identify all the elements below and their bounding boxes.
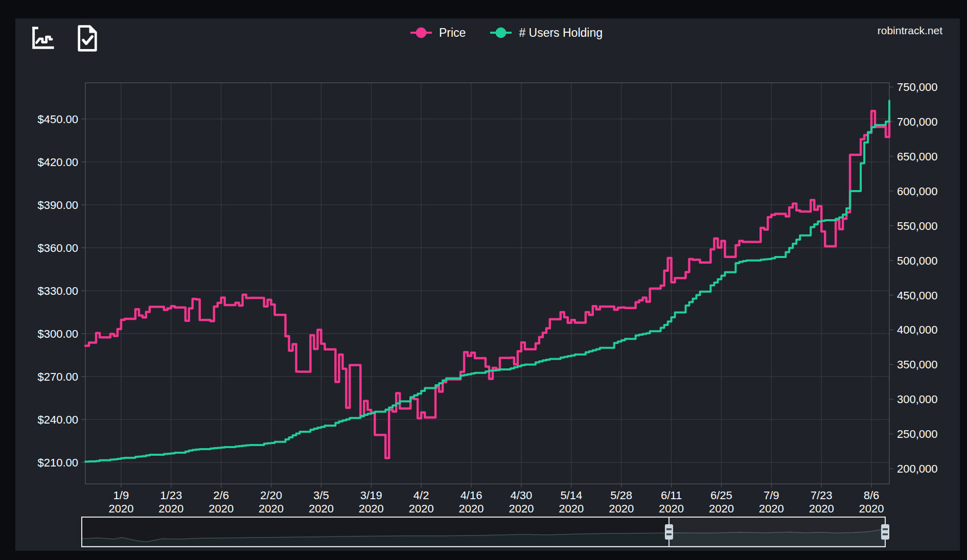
y-right-tick-label: 750,000 [897, 81, 938, 94]
x-tick-label: 7/92020 [759, 489, 784, 515]
x-tick-label: 7/232020 [809, 489, 834, 515]
plot-border [85, 83, 889, 484]
x-tick-label: 4/302020 [509, 489, 534, 515]
x-tick-label: 8/62020 [859, 489, 884, 515]
x-axis-labels: 1/920201/2320202/620202/2020203/520203/1… [108, 489, 884, 515]
y-right-tick-label: 550,000 [897, 220, 938, 232]
x-tick-label: 2/62020 [209, 489, 234, 515]
x-tick-label: 4/162020 [459, 489, 484, 515]
x-tick-label: 5/282020 [609, 489, 634, 515]
y-left-tick-label: $420.00 [37, 156, 78, 169]
y-right-tick-label: 450,000 [897, 289, 938, 302]
y-right-tick-label: 600,000 [897, 185, 938, 198]
x-tick-label: 5/142020 [559, 489, 584, 515]
y-left-tick-label: $360.00 [37, 242, 78, 254]
x-tick-label: 6/252020 [709, 489, 734, 515]
y-axis-right-labels: 750,000700,000650,000600,000550,000500,0… [897, 81, 938, 475]
y-left-tick-label: $240.00 [37, 413, 78, 426]
y-left-tick-label: $270.00 [37, 370, 78, 383]
y-right-tick-label: 350,000 [897, 358, 938, 371]
x-tick-label: 1/232020 [158, 489, 183, 515]
y-right-tick-label: 700,000 [897, 115, 938, 128]
y-left-tick-label: $390.00 [37, 199, 78, 212]
y-left-tick-label: $450.00 [37, 113, 78, 126]
x-tick-label: 3/52020 [309, 489, 334, 515]
y-axis-left-labels: $450.00$420.00$390.00$360.00$330.00$300.… [37, 113, 78, 469]
y-left-tick-label: $210.00 [37, 456, 78, 469]
y-right-tick-label: 300,000 [897, 393, 938, 406]
y-right-tick-label: 250,000 [897, 428, 938, 440]
x-tick-label: 1/92020 [108, 489, 133, 515]
y-left-tick-label: $330.00 [37, 285, 78, 297]
y-right-tick-label: 200,000 [897, 462, 938, 475]
x-tick-label: 2/202020 [259, 489, 284, 515]
brush-selection[interactable] [669, 517, 885, 547]
price-users-chart[interactable]: $450.00$420.00$390.00$360.00$330.00$300.… [0, 0, 967, 560]
x-tick-label: 6/112020 [659, 489, 684, 515]
robintrack-page: Price # Users Holding robintrack.net $45… [0, 0, 967, 560]
price-line [85, 111, 889, 458]
x-tick-label: 4/22020 [409, 489, 434, 515]
y-right-tick-label: 500,000 [897, 254, 938, 267]
grid [85, 83, 889, 484]
y-left-tick-label: $300.00 [37, 328, 78, 340]
x-tick-label: 3/192020 [359, 489, 384, 515]
y-right-tick-label: 650,000 [897, 150, 938, 163]
users-holding-line [85, 101, 889, 461]
y-right-tick-label: 400,000 [897, 323, 938, 336]
